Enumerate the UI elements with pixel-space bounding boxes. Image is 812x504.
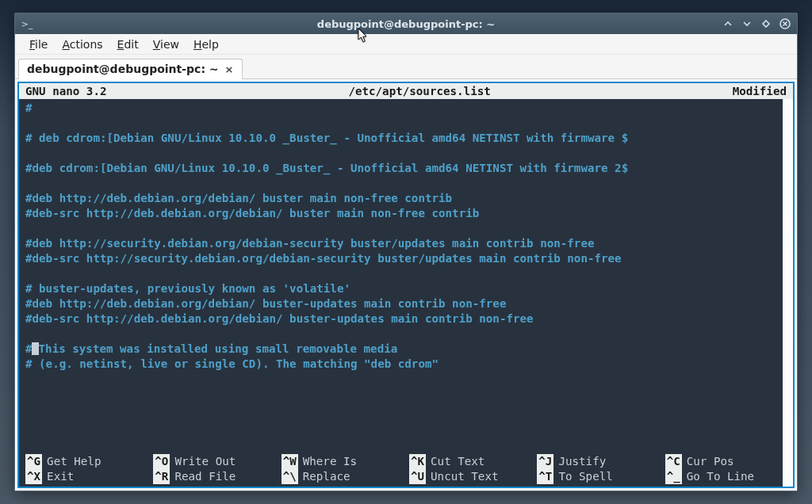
editor-line: # deb cdrom:[Debian GNU/Linux 10.10.0 _B… xyxy=(25,131,787,146)
shortcut-key: ^J xyxy=(537,454,553,469)
editor-line: #This system was installed using small r… xyxy=(25,342,787,357)
shortcut-label: Justify xyxy=(558,454,606,469)
shortcut-key: ^X xyxy=(25,469,42,484)
nano-shortcut: ^\Replace xyxy=(282,469,403,484)
shortcut-label: Go To Line xyxy=(687,469,754,484)
editor-line: #deb-src http://security.debian.org/debi… xyxy=(25,251,787,266)
terminal-window: >_ debugpoint@debugpoint-pc: ~ File Acti… xyxy=(14,13,798,491)
shortcut-key: ^C xyxy=(665,454,682,469)
editor-line xyxy=(25,116,787,131)
nano-version: GNU nano 3.2 xyxy=(25,84,107,99)
shortcut-label: Cur Pos xyxy=(687,454,734,469)
nano-status: Modified xyxy=(733,84,787,99)
menu-file[interactable]: File xyxy=(23,36,54,52)
nano-shortcut: ^XExit xyxy=(25,469,147,484)
terminal[interactable]: GNU nano 3.2 /etc/apt/sources.list Modif… xyxy=(17,82,795,488)
nano-shortcut: ^_Go To Line xyxy=(665,469,787,484)
shortcut-key: ^R xyxy=(153,469,170,484)
nano-shortcut: ^UUncut Text xyxy=(409,469,530,484)
roll-up-button[interactable] xyxy=(721,17,735,31)
terminal-container: GNU nano 3.2 /etc/apt/sources.list Modif… xyxy=(15,78,797,491)
shortcut-label: Write Out xyxy=(174,454,236,469)
shortcut-label: Cut Text xyxy=(431,454,485,469)
tab-active[interactable]: debugpoint@debugpoint-pc: ~ × xyxy=(18,59,243,79)
menu-view[interactable]: View xyxy=(147,36,186,52)
nano-shortcut: ^WWhere Is xyxy=(282,454,403,469)
editor-line: #deb cdrom:[Debian GNU/Linux 10.10.0 _Bu… xyxy=(25,161,787,176)
nano-shortcut: ^KCut Text xyxy=(409,454,530,469)
tabbar: debugpoint@debugpoint-pc: ~ × xyxy=(15,55,797,78)
shortcut-key: ^U xyxy=(409,469,426,484)
shortcut-label: To Spell xyxy=(558,469,612,484)
scrollbar[interactable] xyxy=(783,99,793,487)
app-icon: >_ xyxy=(20,17,34,31)
nano-filename: /etc/apt/sources.list xyxy=(107,84,733,99)
editor-line: # (e.g. netinst, live or single CD). The… xyxy=(25,357,787,372)
nano-shortcut: ^JJustify xyxy=(537,454,658,469)
shortcut-label: Uncut Text xyxy=(431,469,498,484)
editor-line: #deb-src http://deb.debian.org/debian/ b… xyxy=(25,311,787,326)
editor-line: # xyxy=(25,101,787,116)
shortcut-label: Exit xyxy=(47,469,74,484)
window-title: debugpoint@debugpoint-pc: ~ xyxy=(15,18,797,30)
nano-shortcut: ^TTo Spell xyxy=(537,469,658,484)
menu-actions[interactable]: Actions xyxy=(56,36,109,52)
shortcut-label: Replace xyxy=(303,469,350,484)
editor-line xyxy=(25,146,787,161)
shortcut-key: ^G xyxy=(25,454,42,469)
shortcut-key: ^K xyxy=(409,454,426,469)
editor-line xyxy=(25,176,787,191)
nano-shortcut: ^CCur Pos xyxy=(665,454,787,469)
shortcut-label: Get Help xyxy=(47,454,101,469)
tab-close-icon[interactable]: × xyxy=(225,64,234,74)
nano-titlebar: GNU nano 3.2 /etc/apt/sources.list Modif… xyxy=(19,83,793,99)
shortcut-key: ^\ xyxy=(282,469,298,484)
nano-shortcut: ^RRead File xyxy=(153,469,274,484)
shortcut-key: ^O xyxy=(153,454,170,469)
nano-shortcut: ^OWrite Out xyxy=(153,454,274,469)
titlebar[interactable]: >_ debugpoint@debugpoint-pc: ~ xyxy=(15,13,797,34)
maximize-button[interactable] xyxy=(759,17,773,31)
editor-line xyxy=(25,266,787,281)
text-cursor xyxy=(32,342,39,355)
shortcut-label: Read File xyxy=(174,469,236,484)
close-button[interactable] xyxy=(778,17,792,31)
shortcut-key: ^T xyxy=(537,469,553,484)
editor-line: #deb-src http://deb.debian.org/debian/ b… xyxy=(25,206,787,221)
shortcut-label: Where Is xyxy=(303,454,357,469)
menu-help[interactable]: Help xyxy=(187,36,225,52)
shortcut-key: ^_ xyxy=(665,469,682,484)
menu-edit[interactable]: Edit xyxy=(111,36,145,52)
nano-shortcut: ^GGet Help xyxy=(25,454,147,469)
shortcut-key: ^W xyxy=(282,454,298,469)
editor-line xyxy=(25,221,787,236)
nano-shortcut-bar: ^GGet Help^OWrite Out^WWhere Is^KCut Tex… xyxy=(19,453,793,487)
editor-line xyxy=(25,326,787,342)
window-controls xyxy=(721,17,792,31)
editor-line: #deb http://security.debian.org/debian-s… xyxy=(25,236,787,251)
minimize-button[interactable] xyxy=(740,17,754,31)
menubar: File Actions Edit View Help xyxy=(15,34,797,55)
editor-line: #deb http://deb.debian.org/debian/ buste… xyxy=(25,296,787,311)
editor-line: #deb http://deb.debian.org/debian/ buste… xyxy=(25,191,787,206)
editor-line: # buster-updates, previously known as 'v… xyxy=(25,281,787,296)
tab-label: debugpoint@debugpoint-pc: ~ xyxy=(27,63,219,75)
nano-editor-area[interactable]: ## deb cdrom:[Debian GNU/Linux 10.10.0 _… xyxy=(19,99,793,453)
